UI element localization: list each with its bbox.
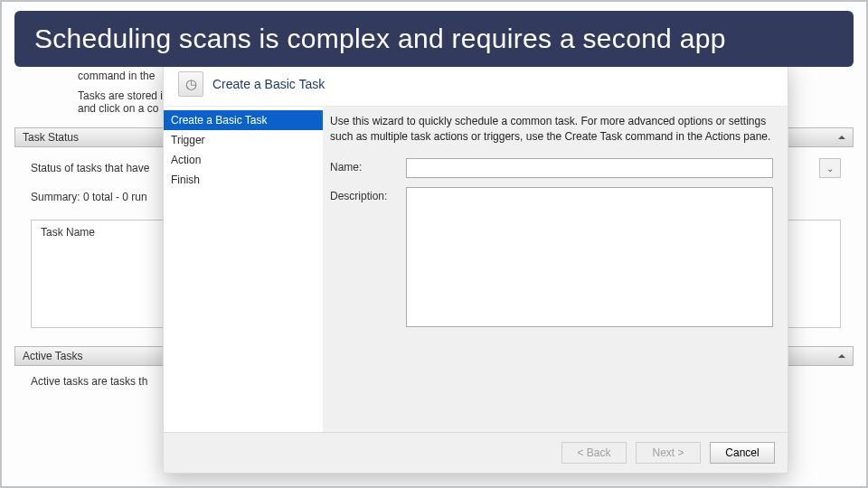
collapse-icon — [838, 136, 845, 139]
status-text: Status of tasks that have — [31, 162, 149, 174]
name-label: Name: — [330, 158, 397, 174]
wizard-step-trigger[interactable]: Trigger — [164, 130, 323, 150]
wizard-footer: < Back Next > Cancel — [164, 432, 788, 473]
next-button: Next > — [636, 442, 701, 464]
collapse-icon — [838, 354, 845, 358]
wizard-content: Use this wizard to quickly schedule a co… — [323, 107, 788, 432]
wizard-step-create[interactable]: Create a Basic Task — [164, 110, 323, 130]
description-label: Description: — [330, 187, 397, 202]
wizard-step-finish[interactable]: Finish — [164, 170, 323, 190]
overview-text: and click on a co — [78, 102, 158, 115]
cancel-button[interactable]: Cancel — [710, 442, 775, 464]
active-tasks-text: Active tasks are tasks th — [31, 375, 147, 388]
wizard-steps: Create a Basic Task Trigger Action Finis… — [164, 107, 323, 432]
create-basic-task-wizard: ◷ Create a Basic Task Create a Basic Tas… — [163, 61, 788, 474]
overview-text: Tasks are stored i — [78, 89, 163, 102]
name-input[interactable] — [406, 158, 773, 178]
clock-icon: ◷ — [178, 71, 203, 97]
task-status-title: Task Status — [23, 131, 79, 144]
back-button: < Back — [561, 442, 627, 464]
wizard-info-text: Use this wizard to quickly schedule a co… — [330, 114, 773, 145]
wizard-header: ◷ Create a Basic Task — [164, 62, 788, 107]
description-input[interactable] — [406, 187, 773, 327]
chevron-down-icon: ⌄ — [826, 164, 834, 174]
annotation-banner: Scheduling scans is complex and requires… — [14, 11, 854, 67]
period-dropdown[interactable]: ⌄ — [819, 158, 841, 178]
wizard-title: Create a Basic Task — [212, 77, 325, 91]
active-tasks-title: Active Tasks — [23, 350, 82, 362]
wizard-step-action[interactable]: Action — [164, 150, 323, 170]
